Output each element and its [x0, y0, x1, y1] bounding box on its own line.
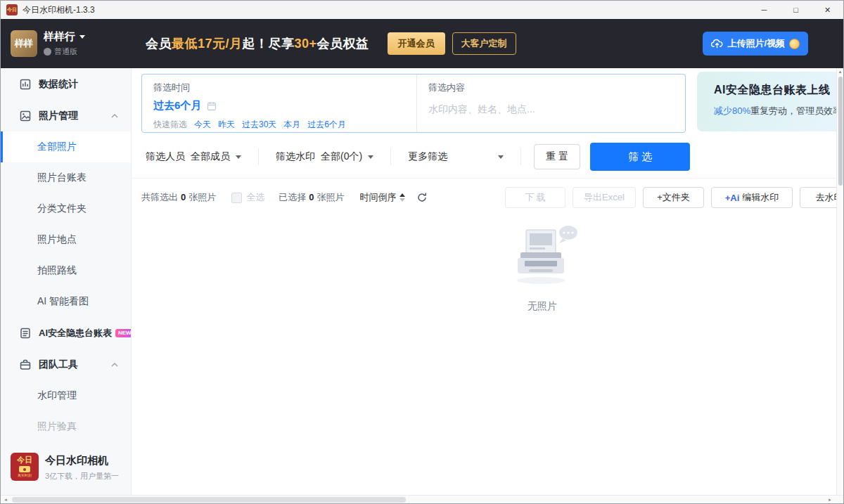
filter-time-value[interactable]: 过去6个月: [153, 99, 201, 112]
select-all-checkbox[interactable]: [231, 193, 242, 203]
sidebar-item-watermark-management[interactable]: 水印管理: [1, 380, 131, 411]
sidebar-item-ai-image-reading[interactable]: AI 智能看图: [1, 286, 131, 317]
sidebar-item-photo-routes[interactable]: 拍照路线: [1, 255, 131, 286]
filter-result-count: 共筛选出0张照片: [141, 191, 216, 204]
download-button[interactable]: 下 载: [505, 187, 565, 208]
quick-filter-this-month[interactable]: 本月: [283, 119, 300, 131]
scroll-right-arrow-icon[interactable]: ►: [825, 498, 835, 502]
more-filters-dropdown[interactable]: 更多筛选: [391, 143, 520, 171]
chevron-down-icon[interactable]: [79, 35, 85, 39]
image-icon: [19, 110, 32, 122]
filter-watermark-value: 全部(0个): [321, 150, 362, 163]
top-banner: 样样 样样行 普通版 会员最低17元/月起！尽享30+会员权益 开通会员 大客户…: [1, 19, 843, 68]
filter-content-section[interactable]: 筛选内容 水印内容、姓名、地点...: [416, 75, 685, 132]
sidebar-item-label: 数据统计: [39, 78, 78, 91]
more-filters-label: 更多筛选: [408, 150, 447, 163]
export-excel-button[interactable]: 导出Excel: [573, 187, 636, 208]
new-badge: NEW: [115, 329, 132, 337]
quick-filter-last-6-months[interactable]: 过去6个月: [307, 119, 346, 131]
sidebar-item-label: 团队工具: [39, 358, 78, 371]
promo-part: 会员权益: [317, 37, 369, 51]
sidebar-item-label: 拍照路线: [37, 264, 77, 277]
apply-filter-button[interactable]: 筛 选: [590, 143, 690, 171]
account-switcher[interactable]: 样样 样样行 普通版: [11, 30, 129, 57]
quick-filter-label: 快速筛选: [153, 119, 187, 131]
footer-tagline: 3亿下载，用户量第一: [45, 471, 119, 482]
ai-edit-label: 编辑水印: [742, 191, 779, 204]
sidebar-item-label: 水印管理: [37, 389, 77, 402]
ai-edit-watermark-button[interactable]: +Ai 编辑水印: [711, 187, 793, 208]
horizontal-scrollbar-thumb[interactable]: [12, 497, 406, 503]
sidebar: 数据统计 照片管理 全部照片 照片台账表 分类文件夹: [1, 68, 132, 496]
promo-card-title: AI安全隐患台账表上线: [714, 83, 836, 98]
camera-icon: [19, 466, 30, 472]
remove-watermark-button[interactable]: 去水印: [800, 187, 836, 208]
plan-label: 普通版: [54, 46, 77, 57]
ai-logo: +Ai: [725, 193, 740, 203]
empty-state-label: 无照片: [497, 300, 588, 313]
sidebar-item-photo-ledger[interactable]: 照片台账表: [1, 162, 131, 193]
filter-content-input[interactable]: 水印内容、姓名、地点...: [428, 103, 674, 116]
sidebar-item-photo-locations[interactable]: 照片地点: [1, 224, 131, 255]
sidebar-item-all-photos[interactable]: 全部照片: [1, 131, 131, 162]
divider: [520, 148, 521, 165]
empty-state: 无照片: [497, 223, 588, 313]
selected-count: 已选择0张照片: [279, 191, 344, 204]
promo-card-text: 重复劳动，管理员效率: [750, 105, 836, 116]
refresh-list-icon[interactable]: [416, 192, 428, 203]
scroll-up-arrow-icon[interactable]: ▲: [837, 68, 843, 75]
filter-bar: 筛选人员 全部成员 筛选水印 全部(0个) 更多筛选 重 置 筛 选: [141, 143, 690, 171]
open-vip-button[interactable]: 开通会员: [388, 32, 445, 55]
chevron-down-icon: [368, 155, 373, 159]
vertical-scrollbar[interactable]: ▲: [836, 68, 843, 496]
vertical-scrollbar-thumb[interactable]: [838, 77, 843, 186]
close-button[interactable]: ✕: [812, 1, 843, 19]
chevron-up-icon[interactable]: [111, 114, 118, 118]
app-window: 今日 今日水印相机-1.3.3 ─ □ ✕ 样样 样样行 普通版 会员最低17: [0, 0, 844, 504]
filter-watermark-dropdown[interactable]: 筛选水印 全部(0个): [259, 143, 390, 171]
brand-logo-slogan: 真实时刻: [18, 474, 32, 477]
sidebar-item-label: 分类文件夹: [37, 202, 87, 215]
sidebar-item-label: 照片管理: [39, 110, 78, 122]
reset-button[interactable]: 重 置: [534, 144, 580, 169]
count-prefix: 共筛选出: [141, 192, 178, 202]
sort-order-toggle[interactable]: 时间倒序: [359, 191, 405, 204]
quick-filter-yesterday[interactable]: 昨天: [218, 119, 235, 131]
toolbar-actions: 下 载 导出Excel +文件夹 +Ai 编辑水印 去水印: [505, 187, 836, 208]
app-brand-logo: 今日 真实时刻: [11, 453, 39, 481]
add-folder-button[interactable]: +文件夹: [643, 187, 704, 208]
promo-card[interactable]: AI安全隐患台账表上线 减少80%重复劳动，管理员效率: [697, 72, 836, 131]
quick-filter-last-30-days[interactable]: 过去30天: [242, 119, 276, 131]
sidebar-item-ai-safety-ledger[interactable]: AI安全隐患台账表 NEW: [1, 317, 131, 349]
scroll-left-arrow-icon[interactable]: ◄: [1, 498, 11, 502]
vip-coin-icon: [789, 39, 800, 49]
briefcase-icon: [19, 358, 32, 371]
enterprise-button[interactable]: 大客户定制: [452, 32, 516, 55]
count-suffix: 张照片: [188, 192, 216, 202]
maximize-button[interactable]: □: [780, 1, 812, 19]
calendar-icon[interactable]: [207, 101, 217, 111]
sidebar-item-data-stats[interactable]: 数据统计: [1, 68, 131, 100]
plan-badge-icon: [44, 48, 51, 56]
promo-part: 会员: [146, 37, 172, 51]
sidebar-item-team-tools[interactable]: 团队工具: [1, 349, 131, 380]
filter-person-label: 筛选人员: [146, 150, 185, 163]
promo-part: 起！尽享: [243, 37, 295, 51]
divider: [132, 178, 836, 179]
sort-arrows-icon: [399, 193, 405, 202]
selected-prefix: 已选择: [279, 192, 306, 202]
filter-person-dropdown[interactable]: 筛选人员 全部成员: [141, 143, 258, 171]
minimize-button[interactable]: ─: [748, 1, 780, 19]
sidebar-item-label: 照片地点: [37, 233, 77, 246]
sidebar-item-category-folders[interactable]: 分类文件夹: [1, 193, 131, 224]
empty-illustration-icon: [504, 223, 581, 287]
window-controls: ─ □ ✕: [748, 1, 843, 19]
upload-button[interactable]: 上传照片/视频: [703, 32, 808, 56]
quick-filter-today[interactable]: 今天: [194, 119, 211, 131]
selected-count-number: 0: [309, 192, 314, 202]
horizontal-scrollbar[interactable]: ◄ ►: [1, 495, 844, 503]
document-icon: [19, 327, 32, 340]
chevron-up-icon[interactable]: [111, 363, 118, 367]
sidebar-item-photo-verification[interactable]: 照片验真: [1, 411, 131, 442]
sidebar-item-photo-management[interactable]: 照片管理: [1, 100, 131, 131]
